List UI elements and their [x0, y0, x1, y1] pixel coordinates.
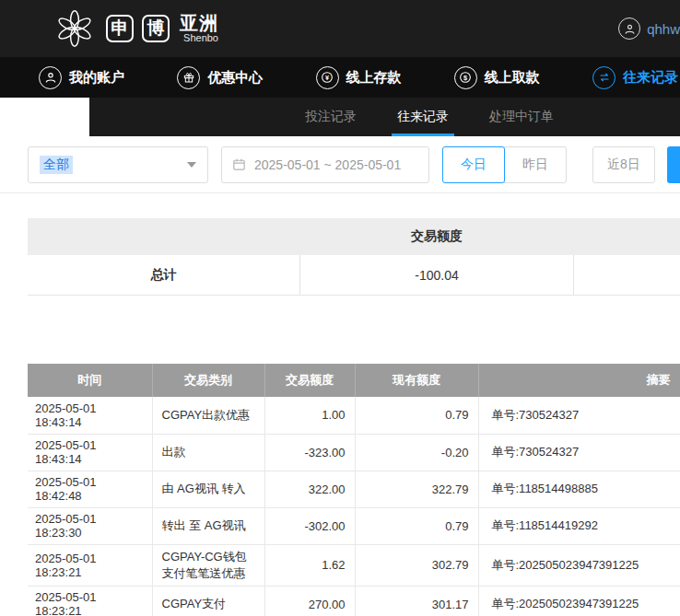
cell-amount: 1.62	[264, 544, 355, 586]
cell-summary: 单号:118514498885	[478, 471, 680, 507]
cell-time: 2025-05-01 18:43:14	[28, 397, 152, 434]
cell-time: 2025-05-01 18:23:21	[28, 544, 152, 586]
nav-promotions[interactable]: 优惠中心	[177, 66, 263, 89]
filter-bar: 全部 2025-05-01 ~ 2025-05-01 今日 昨日 近8日	[0, 136, 680, 193]
cell-time: 2025-05-01 18:23:30	[28, 507, 152, 544]
nav-label: 我的账户	[69, 69, 124, 87]
quick-last8days-button[interactable]: 近8日	[592, 146, 655, 183]
cell-time: 2025-05-01 18:43:14	[28, 434, 152, 471]
brand-region-text: 亚洲	[180, 14, 218, 33]
top-bar: 申 博 亚洲 Shenbo qhhw	[0, 0, 680, 57]
tab-transaction-records[interactable]: 往来记录	[397, 98, 449, 136]
nav-label: 优惠中心	[207, 69, 263, 87]
cell-balance: 301.17	[355, 586, 478, 616]
chevron-down-icon	[187, 162, 196, 168]
cell-amount: 1.00	[264, 397, 355, 434]
date-range-value: 2025-05-01 ~ 2025-05-01	[254, 157, 401, 172]
nav-transaction-records[interactable]: 往来记录	[592, 66, 678, 89]
summary-amount-header: 交易额度	[299, 218, 574, 255]
col-header-type: 交易类别	[152, 364, 264, 397]
page: 申 博 亚洲 Shenbo qhhw 我的账户	[0, 0, 680, 616]
nav-online-deposit[interactable]: ¥ 线上存款	[316, 66, 402, 89]
nav-label: 线上取款	[485, 69, 540, 87]
summary-total-row: 总计 -100.04	[28, 255, 680, 296]
summary-header-row: 交易额度	[28, 218, 680, 255]
nav-online-withdraw[interactable]: $ 线上取款	[454, 66, 540, 89]
tab-label: 投注记录	[305, 109, 357, 125]
cell-amount: -323.00	[264, 434, 355, 471]
search-button[interactable]	[667, 146, 680, 183]
cell-summary: 单号:202505023947391225	[478, 544, 680, 586]
cell-balance: 322.79	[355, 471, 478, 507]
type-select-value: 全部	[40, 156, 73, 174]
calendar-icon	[231, 157, 247, 172]
tab-label: 往来记录	[397, 109, 449, 125]
quick-today-button[interactable]: 今日	[442, 146, 505, 183]
type-select[interactable]: 全部	[28, 146, 208, 183]
quick-yesterday-button[interactable]: 昨日	[504, 146, 567, 183]
cell-type: 由 AG视讯 转入	[152, 471, 264, 507]
records-table: 时间 交易类别 交易额度 现有额度 摘要 2025-05-01 18:43:14…	[28, 364, 680, 616]
svg-text:$: $	[463, 74, 467, 82]
table-row: 2025-05-01 18:43:14 CGPAY出款优惠 1.00 0.79 …	[28, 397, 680, 434]
col-header-time: 时间	[28, 364, 152, 397]
brand-region-block: 亚洲 Shenbo	[180, 14, 218, 44]
summary-total-label: 总计	[28, 267, 299, 284]
nav-label: 往来记录	[623, 69, 678, 87]
col-header-amount: 交易额度	[264, 364, 355, 397]
tab-label: 处理中订单	[489, 109, 554, 125]
cell-balance: 0.79	[355, 397, 478, 434]
cell-type: CGPAY出款优惠	[152, 397, 264, 434]
lotus-logo-icon	[52, 6, 98, 52]
col-header-balance: 现有额度	[355, 364, 478, 397]
cell-balance: 0.79	[355, 507, 478, 544]
date-range-input[interactable]: 2025-05-01 ~ 2025-05-01	[221, 146, 429, 183]
cell-time: 2025-05-01 18:23:21	[28, 586, 152, 616]
gift-icon	[177, 66, 200, 89]
col-header-summary: 摘要	[478, 364, 680, 397]
nav-my-account[interactable]: 我的账户	[39, 66, 124, 89]
table-row: 2025-05-01 18:23:21 CGPAY支付 270.00 301.1…	[28, 586, 680, 616]
record-tabs: 投注记录 往来记录 处理中订单	[89, 98, 680, 136]
table-row: 2025-05-01 18:23:30 转出 至 AG视讯 -302.00 0.…	[28, 507, 680, 544]
cell-time: 2025-05-01 18:42:48	[28, 471, 152, 507]
cell-summary: 单号:118514419292	[478, 507, 680, 544]
tab-betting-records[interactable]: 投注记录	[305, 98, 357, 136]
username-text: qhhw	[647, 21, 680, 37]
transaction-record-icon	[592, 66, 616, 89]
cell-type: 出款	[152, 434, 264, 471]
summary-table: 交易额度 总计 -100.04	[28, 218, 680, 296]
cell-summary: 单号:202505023947391225	[478, 586, 680, 616]
user-account[interactable]: qhhw	[609, 17, 680, 40]
table-row: 2025-05-01 18:23:21 CGPAY-CG钱包支付笔笔送优惠 1.…	[28, 544, 680, 586]
brand-char-shen: 申	[106, 15, 134, 42]
deposit-coin-icon: ¥	[316, 66, 339, 89]
withdraw-coin-icon: $	[454, 66, 477, 89]
user-icon	[39, 66, 62, 89]
cell-type: CGPAY-CG钱包支付笔笔送优惠	[152, 544, 264, 586]
cell-type: CGPAY支付	[152, 586, 264, 616]
cell-balance: -0.20	[355, 434, 478, 471]
cell-type: 转出 至 AG视讯	[152, 507, 264, 544]
brand-subtitle: Shenbo	[180, 33, 218, 44]
table-row: 2025-05-01 18:43:14 出款 -323.00 -0.20 单号:…	[28, 434, 680, 471]
cell-amount: -302.00	[264, 507, 355, 544]
cell-balance: 302.79	[355, 544, 478, 586]
main-nav: 我的账户 优惠中心 ¥ 线上存款 $	[0, 57, 680, 98]
brand-char-bo: 博	[142, 15, 170, 42]
cell-amount: 270.00	[264, 586, 355, 616]
brand-logo[interactable]: 申 博 亚洲 Shenbo	[52, 6, 218, 52]
user-avatar-icon	[618, 17, 640, 40]
table-row: 2025-05-01 18:42:48 由 AG视讯 转入 322.00 322…	[28, 471, 680, 507]
tab-processing-orders[interactable]: 处理中订单	[489, 98, 554, 136]
summary-total-value: -100.04	[299, 255, 574, 295]
cell-summary: 单号:730524327	[478, 434, 680, 471]
nav-label: 线上存款	[346, 69, 402, 87]
cell-amount: 322.00	[264, 471, 355, 507]
svg-text:¥: ¥	[325, 74, 330, 82]
records-header-row: 时间 交易类别 交易额度 现有额度 摘要	[28, 364, 680, 397]
cell-summary: 单号:730524327	[478, 397, 680, 434]
